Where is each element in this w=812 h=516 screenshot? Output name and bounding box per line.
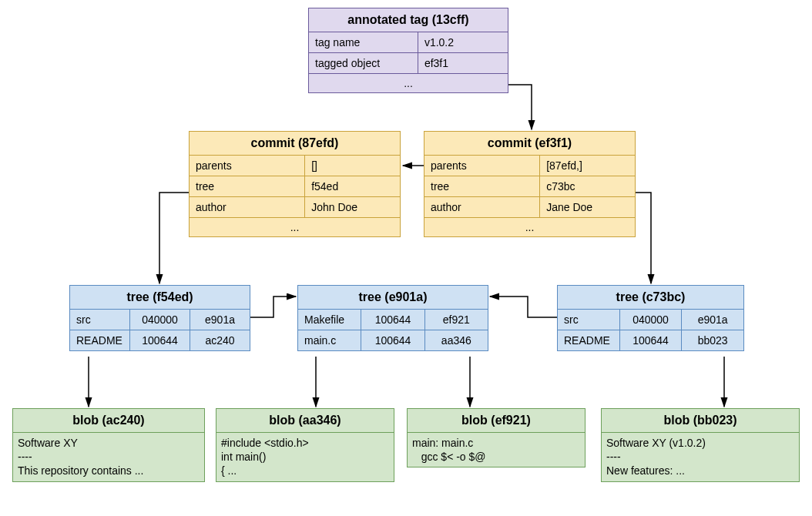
val-cell: [87efd,] bbox=[540, 156, 635, 176]
val-cell: c73bc bbox=[540, 176, 635, 196]
entry-name: README bbox=[558, 330, 620, 350]
node-title: commit (87efd) bbox=[190, 132, 400, 156]
kv-row: author Jane Doe bbox=[424, 197, 635, 218]
entry-sha: ac240 bbox=[190, 330, 250, 350]
blob-content: #include <stdio.h> int main() { ... bbox=[216, 433, 394, 481]
entry-sha: ef921 bbox=[425, 310, 488, 330]
val-cell: f54ed bbox=[305, 176, 400, 196]
blob-node-ef921: blob (ef921) main: main.c gcc $< -o $@ bbox=[407, 408, 586, 467]
node-title: commit (ef3f1) bbox=[424, 132, 635, 156]
commit-node-ef3f1: commit (ef3f1) parents [87efd,] tree c73… bbox=[424, 131, 636, 237]
entry-mode: 040000 bbox=[130, 310, 190, 330]
node-title: tree (c73bc) bbox=[558, 286, 743, 310]
key-cell: tree bbox=[190, 176, 305, 196]
val-cell: Jane Doe bbox=[540, 197, 635, 217]
blob-content: Software XY ---- This repository contain… bbox=[13, 433, 204, 481]
node-title: blob (ef921) bbox=[408, 409, 585, 433]
entry-name: Makefile bbox=[298, 310, 361, 330]
key-cell: author bbox=[190, 197, 305, 217]
val-cell: v1.0.2 bbox=[418, 32, 508, 52]
node-title: blob (bb023) bbox=[602, 409, 799, 433]
commit-node-87efd: commit (87efd) parents [] tree f54ed aut… bbox=[189, 131, 401, 237]
tree-node-e901a: tree (e901a) Makefile 100644 ef921 main.… bbox=[297, 285, 488, 351]
entry-sha: bb023 bbox=[682, 330, 743, 350]
tree-entry-row: src 040000 e901a bbox=[70, 310, 250, 330]
tree-node-f54ed: tree (f54ed) src 040000 e901a README 100… bbox=[69, 285, 250, 351]
annotated-tag-node: annotated tag (13cff) tag name v1.0.2 ta… bbox=[308, 8, 508, 93]
node-title: blob (aa346) bbox=[216, 409, 394, 433]
kv-row: tag name v1.0.2 bbox=[309, 32, 508, 53]
kv-row: tree f54ed bbox=[190, 176, 400, 197]
node-title: tree (e901a) bbox=[298, 286, 488, 310]
entry-mode: 100644 bbox=[361, 310, 424, 330]
blob-content: main: main.c gcc $< -o $@ bbox=[408, 433, 585, 467]
kv-row: tree c73bc bbox=[424, 176, 635, 197]
ellipsis-row: ... bbox=[309, 74, 508, 92]
git-object-graph: annotated tag (13cff) tag name v1.0.2 ta… bbox=[8, 8, 804, 508]
entry-mode: 100644 bbox=[361, 330, 424, 350]
blob-content: Software XY (v1.0.2) ---- New features: … bbox=[602, 433, 799, 481]
key-cell: tag name bbox=[309, 32, 418, 52]
entry-sha: e901a bbox=[190, 310, 250, 330]
kv-row: tagged object ef3f1 bbox=[309, 53, 508, 74]
node-title: tree (f54ed) bbox=[70, 286, 250, 310]
key-cell: tagged object bbox=[309, 53, 418, 73]
key-cell: parents bbox=[190, 156, 305, 176]
ellipsis-row: ... bbox=[424, 218, 635, 236]
kv-row: parents [87efd,] bbox=[424, 156, 635, 176]
kv-row: author John Doe bbox=[190, 197, 400, 218]
tree-entry-row: src 040000 e901a bbox=[558, 310, 743, 330]
entry-name: main.c bbox=[298, 330, 361, 350]
entry-name: src bbox=[558, 310, 620, 330]
node-title: annotated tag (13cff) bbox=[309, 8, 508, 32]
blob-node-bb023: blob (bb023) Software XY (v1.0.2) ---- N… bbox=[601, 408, 800, 482]
entry-name: src bbox=[70, 310, 130, 330]
val-cell: John Doe bbox=[305, 197, 400, 217]
entry-mode: 100644 bbox=[130, 330, 190, 350]
tree-entry-row: main.c 100644 aa346 bbox=[298, 330, 488, 350]
val-cell: [] bbox=[305, 156, 400, 176]
tree-entry-row: README 100644 ac240 bbox=[70, 330, 250, 350]
key-cell: parents bbox=[424, 156, 540, 176]
key-cell: tree bbox=[424, 176, 540, 196]
kv-row: parents [] bbox=[190, 156, 400, 176]
key-cell: author bbox=[424, 197, 540, 217]
node-title: blob (ac240) bbox=[13, 409, 204, 433]
entry-name: README bbox=[70, 330, 130, 350]
ellipsis-row: ... bbox=[190, 218, 400, 236]
tree-entry-row: Makefile 100644 ef921 bbox=[298, 310, 488, 330]
blob-node-ac240: blob (ac240) Software XY ---- This repos… bbox=[12, 408, 205, 482]
tree-entry-row: README 100644 bb023 bbox=[558, 330, 743, 350]
tree-node-c73bc: tree (c73bc) src 040000 e901a README 100… bbox=[557, 285, 744, 351]
blob-node-aa346: blob (aa346) #include <stdio.h> int main… bbox=[216, 408, 394, 482]
entry-sha: e901a bbox=[682, 310, 743, 330]
entry-sha: aa346 bbox=[425, 330, 488, 350]
entry-mode: 040000 bbox=[620, 310, 683, 330]
val-cell: ef3f1 bbox=[418, 53, 508, 73]
entry-mode: 100644 bbox=[620, 330, 683, 350]
